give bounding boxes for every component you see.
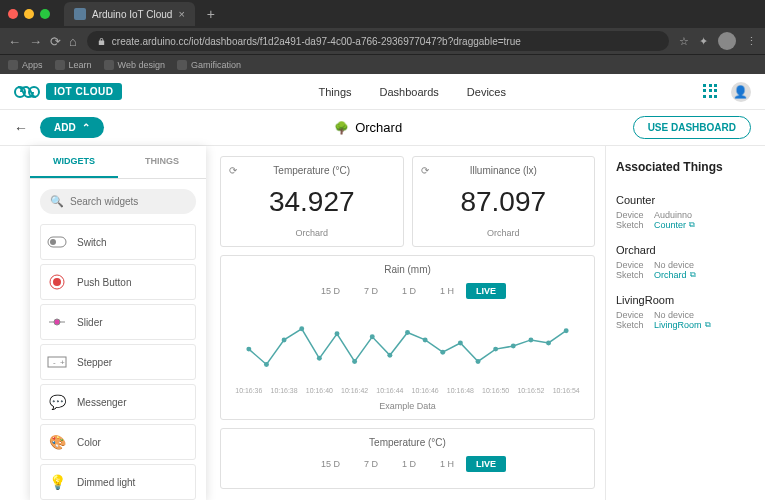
- close-window-icon[interactable]: [8, 9, 18, 19]
- use-dashboard-button[interactable]: USE DASHBOARD: [633, 116, 751, 139]
- logo-text: IOT CLOUD: [46, 83, 122, 100]
- device-label: Device: [616, 260, 650, 270]
- add-button[interactable]: ADD⌃: [40, 117, 104, 138]
- browser-tab[interactable]: Arduino IoT Cloud ×: [64, 2, 195, 26]
- svg-text:10:16:36: 10:16:36: [235, 387, 262, 394]
- svg-point-24: [440, 350, 445, 355]
- svg-text:10:16:48: 10:16:48: [447, 387, 474, 394]
- range-live[interactable]: LIVE: [466, 283, 506, 299]
- bookmarks-bar: Apps Learn Web design Gamification: [0, 54, 765, 74]
- folder-icon: [104, 60, 114, 70]
- example-label: Example Data: [229, 401, 586, 411]
- nav-dashboards[interactable]: Dashboards: [380, 86, 439, 98]
- tree-icon: 🌳: [334, 121, 349, 135]
- favicon-icon: [74, 8, 86, 20]
- back-button[interactable]: ←: [8, 34, 21, 49]
- device-value: Auduinno: [654, 210, 692, 220]
- maximize-window-icon[interactable]: [40, 9, 50, 19]
- chart-title: Rain (mm): [229, 264, 586, 275]
- app-header: IOT CLOUD Things Dashboards Devices 👤: [0, 74, 765, 110]
- sketch-link[interactable]: Counter ⧉: [654, 220, 695, 230]
- range-15d-2[interactable]: 15 D: [309, 456, 352, 472]
- user-avatar[interactable]: 👤: [731, 82, 751, 102]
- reload-icon[interactable]: ⟳: [421, 165, 429, 176]
- illuminance-value: 87.097: [421, 186, 587, 218]
- svg-point-26: [476, 359, 481, 364]
- bookmark-webdesign[interactable]: Web design: [104, 60, 165, 70]
- external-link-icon: ⧉: [690, 270, 696, 280]
- range-1h[interactable]: 1 H: [428, 283, 466, 299]
- svg-point-19: [352, 359, 357, 364]
- star-icon[interactable]: ☆: [679, 35, 689, 48]
- tab-bar: Arduino IoT Cloud × +: [0, 0, 765, 28]
- thing-name: Orchard: [616, 244, 755, 256]
- svg-text:10:16:38: 10:16:38: [271, 387, 298, 394]
- temp-chart-card[interactable]: Temperature (°C) 15 D 7 D 1 D 1 H LIVE: [220, 428, 595, 489]
- widget-slider[interactable]: Slider: [40, 304, 196, 340]
- time-range-selector-2: 15 D 7 D 1 D 1 H LIVE: [229, 456, 586, 472]
- range-1h-2[interactable]: 1 H: [428, 456, 466, 472]
- forward-button[interactable]: →: [29, 34, 42, 49]
- range-1d-2[interactable]: 1 D: [390, 456, 428, 472]
- sketch-link[interactable]: Orchard ⧉: [654, 270, 696, 280]
- apps-icon: [8, 60, 18, 70]
- tab-things[interactable]: THINGS: [118, 146, 206, 178]
- sketch-label: Sketch: [616, 320, 650, 330]
- range-1d[interactable]: 1 D: [390, 283, 428, 299]
- thing-name: Counter: [616, 194, 755, 206]
- widget-dimmedlight[interactable]: 💡Dimmed light: [40, 464, 196, 500]
- profile-avatar[interactable]: [718, 32, 736, 50]
- svg-text:+: +: [60, 358, 65, 367]
- search-icon: 🔍: [50, 195, 64, 208]
- menu-icon[interactable]: ⋮: [746, 35, 757, 48]
- reload-button[interactable]: ⟳: [50, 34, 61, 49]
- widget-messenger[interactable]: 💬Messenger: [40, 384, 196, 420]
- widget-stepper[interactable]: -+Stepper: [40, 344, 196, 380]
- svg-text:10:16:46: 10:16:46: [412, 387, 439, 394]
- rain-chart-card[interactable]: Rain (mm) 15 D 7 D 1 D 1 H LIVE 10:16:36…: [220, 255, 595, 420]
- illuminance-source: Orchard: [421, 228, 587, 238]
- minimize-window-icon[interactable]: [24, 9, 34, 19]
- thing-name: LivingRoom: [616, 294, 755, 306]
- chevron-up-icon: ⌃: [82, 122, 90, 133]
- range-15d[interactable]: 15 D: [309, 283, 352, 299]
- widget-list: Switch Push Button Slider -+Stepper 💬Mes…: [30, 224, 206, 500]
- page-title: 🌳 Orchard: [334, 120, 402, 135]
- widget-color[interactable]: 🎨Color: [40, 424, 196, 460]
- range-7d[interactable]: 7 D: [352, 283, 390, 299]
- bookmark-apps[interactable]: Apps: [8, 60, 43, 70]
- search-field[interactable]: [70, 196, 197, 207]
- svg-text:10:16:52: 10:16:52: [517, 387, 544, 394]
- bookmark-learn[interactable]: Learn: [55, 60, 92, 70]
- external-link-icon: ⧉: [689, 220, 695, 230]
- svg-point-21: [387, 353, 392, 358]
- close-tab-icon[interactable]: ×: [178, 8, 184, 20]
- sketch-link[interactable]: LivingRoom ⧉: [654, 320, 711, 330]
- tab-widgets[interactable]: WIDGETS: [30, 146, 118, 178]
- widget-pushbutton[interactable]: Push Button: [40, 264, 196, 300]
- nav-things[interactable]: Things: [319, 86, 352, 98]
- nav-devices[interactable]: Devices: [467, 86, 506, 98]
- svg-text:10:16:42: 10:16:42: [341, 387, 368, 394]
- temperature-card[interactable]: ⟳Temperature (°C) 34.927 Orchard: [220, 156, 404, 247]
- logo[interactable]: IOT CLOUD: [14, 83, 122, 100]
- svg-point-15: [282, 337, 287, 342]
- svg-text:10:16:44: 10:16:44: [376, 387, 403, 394]
- home-button[interactable]: ⌂: [69, 34, 77, 49]
- time-range-selector: 15 D 7 D 1 D 1 H LIVE: [229, 283, 586, 299]
- illuminance-card[interactable]: ⟳Illuminance (lx) 87.097 Orchard: [412, 156, 596, 247]
- back-arrow-button[interactable]: ←: [14, 120, 28, 136]
- url-input[interactable]: create.arduino.cc/iot/dashboards/f1d2a49…: [87, 31, 669, 51]
- widget-switch[interactable]: Switch: [40, 224, 196, 260]
- extensions-icon[interactable]: ✦: [699, 35, 708, 48]
- apps-menu-icon[interactable]: [703, 84, 719, 100]
- slider-icon: [47, 314, 67, 330]
- window-controls[interactable]: [8, 9, 50, 19]
- search-widgets-input[interactable]: 🔍: [40, 189, 196, 214]
- device-value: No device: [654, 310, 694, 320]
- bookmark-gamification[interactable]: Gamification: [177, 60, 241, 70]
- range-live-2[interactable]: LIVE: [466, 456, 506, 472]
- new-tab-button[interactable]: +: [199, 6, 223, 22]
- range-7d-2[interactable]: 7 D: [352, 456, 390, 472]
- reload-icon[interactable]: ⟳: [229, 165, 237, 176]
